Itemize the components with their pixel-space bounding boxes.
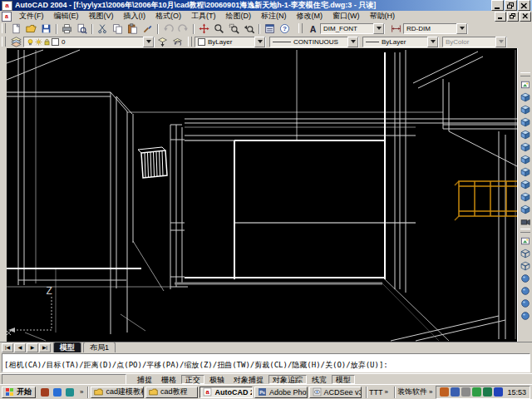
menu-item[interactable]: 标注(N) [256, 11, 292, 22]
model-space-viewport[interactable]: Z [7, 48, 517, 342]
status-toggle-button[interactable]: 对象捕捉 [229, 375, 268, 384]
text-style-combo[interactable]: DIM_FONT [320, 23, 385, 34]
new-button[interactable] [8, 22, 23, 34]
layer-properties-button[interactable] [8, 36, 23, 47]
se-isometric-view-button[interactable] [519, 178, 532, 190]
bottom-view-button[interactable] [519, 103, 532, 116]
status-toggle-button[interactable]: 线宽 [308, 375, 331, 384]
back-view-button[interactable] [519, 153, 532, 165]
text-style-dropdown-button[interactable] [373, 23, 384, 34]
minimize-button[interactable] [491, 0, 504, 11]
gouraud-shaded-edges-button[interactable] [519, 309, 532, 322]
band-chevron[interactable]: » [383, 388, 390, 396]
tray-icon-3[interactable] [461, 387, 470, 397]
right-view-button[interactable] [519, 128, 532, 140]
taskbar-band-ttt[interactable]: TTT » [363, 387, 390, 398]
copy-button[interactable] [110, 22, 125, 34]
undo-button[interactable] [160, 22, 175, 34]
linetype-dropdown-button[interactable] [347, 37, 358, 47]
toolbar-grip[interactable] [188, 37, 192, 47]
quick-launch-icon-2[interactable] [64, 387, 75, 397]
cut-button[interactable] [95, 22, 110, 34]
2d-wireframe-button[interactable] [519, 234, 532, 247]
layer-previous-button[interactable] [170, 36, 185, 47]
make-object-layer-current-button[interactable] [155, 36, 170, 47]
zoom-window-button[interactable] [226, 22, 241, 34]
layer-combo[interactable]: 0 [23, 37, 155, 47]
menu-item[interactable]: 工具(T) [186, 11, 221, 22]
command-input-area[interactable]: [相机(CA)/目标(TA)/距离(D)/点(PO)/平移(PA)/缩放(Z)/… [2, 353, 530, 372]
3d-wireframe-button[interactable] [519, 247, 532, 259]
tray-icon-2[interactable] [451, 387, 460, 397]
flat-shaded-edges-button[interactable] [519, 297, 532, 309]
ne-isometric-view-button[interactable] [519, 190, 532, 203]
named-views-button[interactable] [519, 78, 532, 91]
menu-item[interactable]: 视图(V) [84, 11, 119, 22]
zoom-realtime-button[interactable] [211, 22, 226, 34]
toolbar-grip[interactable] [520, 72, 530, 76]
quick-launch-internet-explorer-icon[interactable] [52, 387, 62, 397]
layer-dropdown-button[interactable] [143, 37, 154, 47]
object-color-combo[interactable]: ByLayer [195, 37, 266, 47]
color-dropdown-button[interactable] [254, 37, 265, 47]
hidden-button[interactable] [519, 259, 532, 272]
menu-item[interactable]: 窗口(W) [328, 11, 365, 22]
linetype-combo[interactable]: CONTINUOUS [269, 37, 359, 47]
front-view-button[interactable] [519, 140, 532, 153]
close-button[interactable] [518, 0, 530, 11]
left-view-button[interactable] [519, 116, 532, 128]
status-toggle-button[interactable]: 极轴 [205, 375, 229, 384]
toolbar-grip[interactable] [2, 37, 6, 47]
nw-isometric-view-button[interactable] [519, 203, 532, 215]
tab-nav-button[interactable]: ◀ [14, 343, 26, 352]
mdi-minimize-button[interactable] [495, 12, 506, 22]
quick-launch-chevron[interactable]: » [78, 388, 85, 396]
redo-button[interactable] [175, 22, 190, 34]
pan-realtime-button[interactable] [196, 22, 211, 34]
layout-tab[interactable]: 模型 [53, 342, 81, 352]
tray-icon-6[interactable] [494, 387, 503, 397]
sw-isometric-view-button[interactable] [519, 165, 532, 178]
zoom-previous-button[interactable] [241, 22, 256, 34]
properties-button[interactable] [262, 22, 277, 34]
task-cad-modeling-tutorial[interactable]: cad建模教程... [91, 387, 144, 398]
task-acdsee[interactable]: ACDSee v3.1... [309, 387, 362, 398]
dim-style-combo[interactable]: RD-DIM [403, 23, 468, 34]
match-properties-button[interactable] [140, 22, 155, 34]
status-toggle-button[interactable]: 正交 [181, 375, 204, 384]
lineweight-dropdown-button[interactable] [427, 37, 438, 47]
task-cad-tutorial[interactable]: cad教程 [145, 387, 199, 398]
taskbar-band-decor-software[interactable]: 装饰软件 » [392, 387, 434, 398]
help-button[interactable] [277, 22, 292, 34]
tab-nav-button[interactable]: ▶| [39, 343, 51, 352]
lineweight-combo[interactable]: ByLayer [362, 37, 439, 47]
flat-shaded-button[interactable] [519, 272, 532, 284]
status-toggle-button[interactable]: 捕捉 [133, 375, 156, 384]
quick-launch-icon-1[interactable] [39, 387, 50, 397]
tray-icon-4[interactable] [472, 387, 481, 397]
toolbar-grip[interactable] [298, 23, 303, 33]
top-view-button[interactable] [519, 91, 532, 103]
restore-button[interactable] [505, 0, 517, 11]
menu-item[interactable]: 文件(F) [14, 11, 49, 22]
menu-item[interactable]: 格式(O) [150, 11, 186, 22]
task-adobe-photoshop[interactable]: Adobe Photo... [254, 387, 308, 398]
menu-item[interactable]: 编辑(E) [49, 11, 84, 22]
task-autocad[interactable]: AutoCAD 200... [200, 387, 253, 398]
plot-preview-button[interactable] [74, 22, 89, 34]
tray-icon-1[interactable] [440, 387, 449, 397]
mdi-close-button[interactable] [520, 12, 531, 22]
menu-item[interactable]: 修改(M) [292, 11, 328, 22]
mdi-restore-button[interactable] [507, 12, 519, 22]
gouraud-shaded-button[interactable] [519, 284, 532, 297]
status-toggle-button[interactable]: 对象追踪 [268, 375, 307, 384]
plot-button[interactable] [59, 22, 74, 34]
menu-item[interactable]: 帮助(H) [365, 11, 401, 22]
toolbar-grip[interactable] [520, 229, 530, 233]
paste-button[interactable] [125, 22, 140, 34]
tab-nav-button[interactable]: |◀ [2, 343, 13, 352]
band-chevron[interactable]: » [427, 388, 434, 396]
menu-item[interactable]: 绘图(D) [221, 11, 257, 22]
status-toggle-button[interactable]: 模型 [332, 375, 355, 384]
camera-button[interactable] [519, 215, 532, 228]
